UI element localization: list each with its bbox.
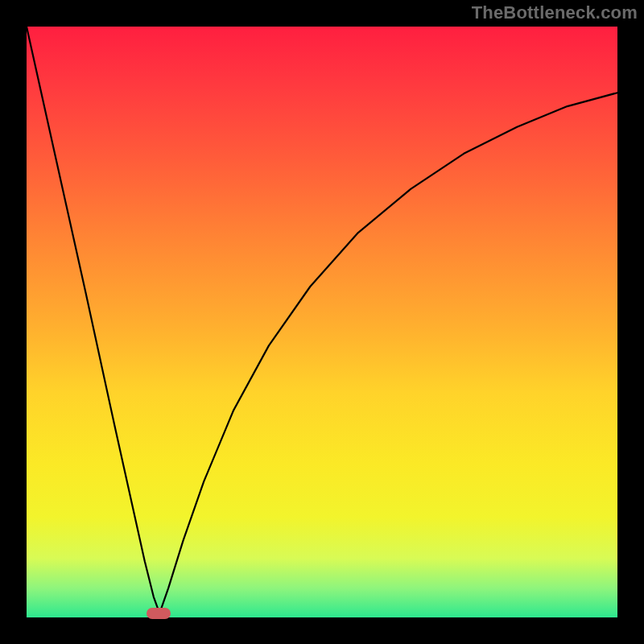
chart-frame: TheBottleneck.com <box>0 0 644 644</box>
plot-area <box>27 27 617 617</box>
watermark-text: TheBottleneck.com <box>472 2 638 23</box>
minimum-marker <box>147 608 171 619</box>
